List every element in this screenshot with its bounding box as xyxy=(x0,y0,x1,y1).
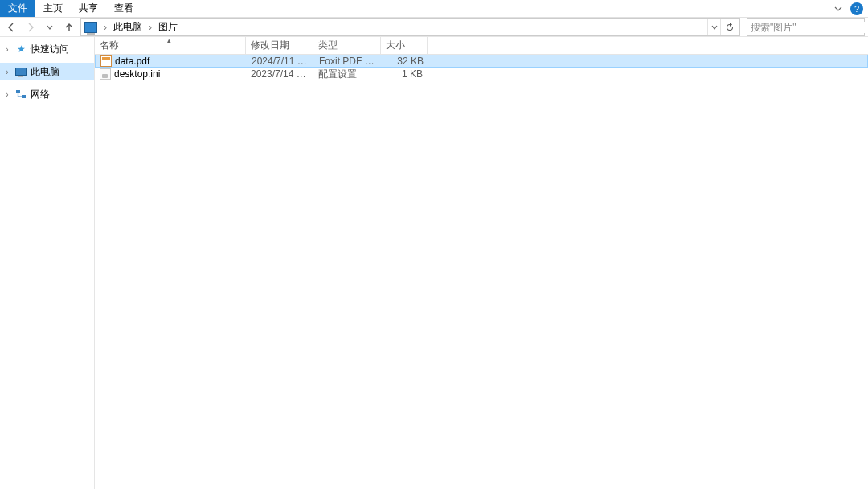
star-icon: ★ xyxy=(14,43,27,55)
column-headers: ▴ 名称 修改日期 类型 大小 xyxy=(95,37,868,55)
up-button[interactable] xyxy=(61,19,77,35)
pdf-file-icon xyxy=(100,55,112,67)
navigation-tree: › ★ 快速访问 › 此电脑 › 网络 xyxy=(0,37,95,489)
column-header-type[interactable]: 类型 xyxy=(313,37,381,54)
file-size: 32 KB xyxy=(382,55,428,67)
network-icon xyxy=(14,88,27,101)
nav-bar: › 此电脑 › 图片 xyxy=(0,18,868,37)
help-icon[interactable]: ? xyxy=(850,2,863,15)
tab-view[interactable]: 查看 xyxy=(106,0,141,17)
address-bar[interactable]: › 此电脑 › 图片 xyxy=(80,18,740,36)
file-list: ▴ 名称 修改日期 类型 大小 data.pdf 2024/7/11 21:24… xyxy=(95,37,868,489)
tab-share[interactable]: 共享 xyxy=(71,0,106,17)
file-row[interactable]: data.pdf 2024/7/11 21:24 Foxit PDF Reade… xyxy=(95,55,868,68)
tree-this-pc[interactable]: › 此电脑 xyxy=(0,63,94,80)
breadcrumb-separator-icon: › xyxy=(145,22,155,33)
tree-quick-access[interactable]: › ★ 快速访问 xyxy=(0,40,94,58)
back-button[interactable] xyxy=(3,19,19,35)
file-type: 配置设置 xyxy=(313,68,381,81)
ribbon-expand-icon[interactable] xyxy=(829,0,847,17)
sort-indicator-icon: ▴ xyxy=(167,36,171,44)
refresh-button[interactable] xyxy=(720,19,738,35)
search-box[interactable] xyxy=(747,18,865,36)
file-name: desktop.ini xyxy=(114,68,160,80)
ini-file-icon xyxy=(100,68,111,80)
tree-label: 网络 xyxy=(31,88,50,101)
ribbon-tabs: 文件 主页 共享 查看 ? xyxy=(0,0,868,18)
file-row[interactable]: desktop.ini 2023/7/14 9:56 配置设置 1 KB xyxy=(95,68,868,80)
tab-file[interactable]: 文件 xyxy=(0,0,35,17)
breadcrumb-this-pc[interactable]: 此电脑 xyxy=(112,20,144,34)
this-pc-icon xyxy=(84,22,97,33)
file-date: 2024/7/11 21:24 xyxy=(247,55,314,67)
monitor-icon xyxy=(14,65,27,78)
chevron-right-icon[interactable]: › xyxy=(3,68,11,76)
svg-rect-3 xyxy=(22,95,26,98)
search-input[interactable] xyxy=(751,22,868,33)
svg-rect-2 xyxy=(16,90,20,93)
file-size: 1 KB xyxy=(381,68,428,80)
recent-dropdown-icon[interactable] xyxy=(42,19,58,35)
column-header-date[interactable]: 修改日期 xyxy=(246,37,313,54)
tree-network[interactable]: › 网络 xyxy=(0,85,94,103)
tab-home[interactable]: 主页 xyxy=(35,0,71,17)
tree-label: 此电脑 xyxy=(31,65,59,79)
breadcrumb-pictures[interactable]: 图片 xyxy=(157,20,179,34)
tree-label: 快速访问 xyxy=(31,43,69,56)
forward-button[interactable] xyxy=(23,19,39,35)
file-date: 2023/7/14 9:56 xyxy=(246,68,313,80)
breadcrumb-separator-icon: › xyxy=(100,22,110,33)
address-dropdown-icon[interactable] xyxy=(707,19,720,35)
file-name: data.pdf xyxy=(115,55,149,67)
chevron-right-icon[interactable]: › xyxy=(3,90,11,99)
file-type: Foxit PDF Reade... xyxy=(314,55,382,67)
column-header-size[interactable]: 大小 xyxy=(381,37,428,54)
chevron-right-icon[interactable]: › xyxy=(3,45,11,54)
